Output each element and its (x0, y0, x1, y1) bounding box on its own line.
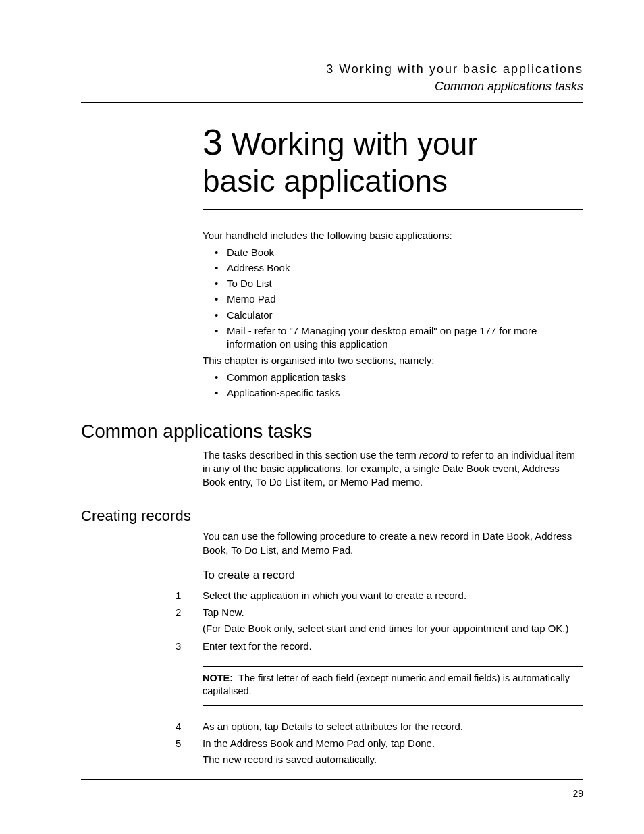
procedure-step: 1 Select the application in which you wa… (176, 589, 583, 602)
list-item: Memo Pad (215, 292, 583, 306)
procedure-heading: To create a record (203, 568, 583, 583)
page-number: 29 (572, 787, 583, 800)
step-number: 2 (176, 606, 203, 636)
subsection-heading-creating-records: Creating records (81, 506, 583, 526)
step-text: As an option, tap Details to select attr… (203, 720, 583, 733)
intro-lead: Your handheld includes the following bas… (203, 229, 583, 242)
note-gutter (176, 656, 203, 716)
running-header-section: Common applications tasks (81, 78, 583, 95)
step-number: 3 (176, 640, 203, 653)
step-text: Select the application in which you want… (203, 589, 583, 602)
procedure-steps: 1 Select the application in which you wa… (176, 589, 583, 767)
note-row: NOTE:The first letter of each field (exc… (176, 656, 583, 716)
creating-records-para: You can use the following procedure to c… (203, 529, 583, 557)
running-header-chapter: 3 Working with your basic applications (81, 61, 583, 77)
procedure-step: 4 As an option, tap Details to select at… (176, 720, 583, 733)
step-text: In the Address Book and Memo Pad only, t… (203, 737, 583, 767)
list-item: Date Book (215, 246, 583, 259)
note-box: NOTE:The first letter of each field (exc… (203, 666, 583, 706)
step-number: 4 (176, 720, 203, 733)
chapter-title-line-1: Working with your (223, 126, 478, 161)
list-item: To Do List (215, 277, 583, 290)
list-item: Common application tasks (215, 371, 583, 384)
intro-organise: This chapter is organised into two secti… (203, 354, 583, 367)
chapter-title-block: 3 Working with your basic applications (203, 118, 583, 211)
step-text: Enter text for the record. (203, 640, 583, 653)
chapter-title-line-2: basic applications (203, 163, 583, 199)
procedure-step: 3 Enter text for the record. (176, 640, 583, 653)
footer-rule (81, 779, 583, 780)
procedure-step: 5 In the Address Book and Memo Pad only,… (176, 737, 583, 767)
list-item: Mail - refer to "7 Managing your desktop… (215, 324, 583, 352)
step-sub: The new record is saved automatically. (203, 753, 583, 766)
list-item: Calculator (215, 309, 583, 322)
term-record: record (419, 449, 448, 461)
step-text: Tap New. (For Date Book only, select sta… (203, 606, 583, 636)
note-wrapper: NOTE:The first letter of each field (exc… (203, 656, 583, 716)
note-text: The first letter of each field (except n… (203, 673, 570, 697)
list-item: Application-specific tasks (215, 386, 583, 400)
section-heading-common-tasks: Common applications tasks (81, 419, 583, 444)
header-rule (81, 102, 583, 103)
note-label: NOTE: (203, 673, 233, 683)
chapter-number: 3 (203, 122, 223, 162)
common-tasks-body: The tasks described in this section use … (203, 448, 583, 490)
creating-records-body: You can use the following procedure to c… (203, 529, 583, 583)
common-tasks-para: The tasks described in this section use … (203, 448, 583, 490)
page: 3 Working with your basic applications C… (0, 0, 644, 834)
list-item: Address Book (215, 261, 583, 275)
step-number: 5 (176, 737, 203, 767)
step-number: 1 (176, 589, 203, 602)
step-main: Tap New. (203, 606, 583, 619)
intro-section-list: Common application tasks Application-spe… (215, 371, 583, 400)
intro-app-list: Date Book Address Book To Do List Memo P… (215, 246, 583, 352)
step-main: In the Address Book and Memo Pad only, t… (203, 737, 583, 750)
step-sub: (For Date Book only, select start and en… (203, 622, 583, 635)
intro-block: Your handheld includes the following bas… (203, 229, 583, 400)
text-fragment: The tasks described in this section use … (203, 449, 419, 461)
procedure-step: 2 Tap New. (For Date Book only, select s… (176, 606, 583, 636)
